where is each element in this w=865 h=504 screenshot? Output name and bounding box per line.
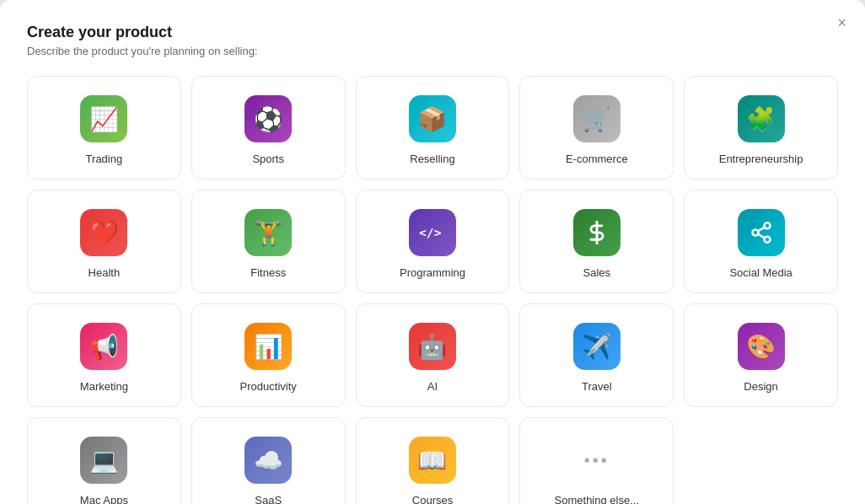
category-card-fitness[interactable]: 🏋️Fitness xyxy=(191,190,346,293)
category-card-sports[interactable]: ⚽Sports xyxy=(191,76,346,180)
saas-icon: ☁️ xyxy=(244,437,292,484)
macapps-icon: 💻 xyxy=(80,437,127,484)
category-card-design[interactable]: 🎨Design xyxy=(684,303,838,407)
sports-label: Sports xyxy=(252,153,284,165)
programming-icon: </> xyxy=(409,209,456,256)
category-card-macapps[interactable]: 💻Mac Apps xyxy=(27,417,181,504)
productivity-label: Productivity xyxy=(240,380,297,393)
sports-icon: ⚽ xyxy=(244,95,292,142)
category-card-productivity[interactable]: 📊Productivity xyxy=(191,303,346,407)
programming-label: Programming xyxy=(400,266,465,279)
health-icon: ❤️ xyxy=(80,209,127,256)
other-label: Something else... xyxy=(555,494,639,504)
category-card-courses[interactable]: 📖Courses xyxy=(356,417,510,504)
social-label: Social Media xyxy=(729,266,792,279)
category-card-health[interactable]: ❤️Health xyxy=(27,190,181,293)
sales-icon xyxy=(573,209,621,256)
other-icon: ••• xyxy=(573,437,621,484)
marketing-label: Marketing xyxy=(80,380,128,393)
svg-text:</>: </> xyxy=(419,225,442,239)
create-product-modal: Create your product Describe the product… xyxy=(0,0,865,504)
design-label: Design xyxy=(744,380,777,393)
categories-grid: 📈Trading⚽Sports📦Reselling🛒E-commerce🧩Ent… xyxy=(27,76,838,504)
trading-label: Trading xyxy=(86,153,123,165)
category-card-reselling[interactable]: 📦Reselling xyxy=(356,76,510,180)
health-label: Health xyxy=(89,266,121,279)
fitness-icon: 🏋️ xyxy=(244,209,292,256)
saas-label: SaaS xyxy=(255,494,282,504)
entrepreneurship-icon: 🧩 xyxy=(738,95,785,142)
category-card-saas[interactable]: ☁️SaaS xyxy=(191,417,346,504)
modal-title: Create your product xyxy=(27,24,838,41)
category-card-programming[interactable]: </>Programming xyxy=(356,190,510,293)
ai-icon: 🤖 xyxy=(409,323,456,370)
category-card-other[interactable]: •••Something else... xyxy=(519,417,674,504)
marketing-icon: 📢 xyxy=(80,323,127,370)
category-card-ai[interactable]: 🤖AI xyxy=(356,303,510,407)
courses-icon: 📖 xyxy=(409,437,456,484)
sales-label: Sales xyxy=(583,266,611,279)
category-card-social[interactable]: Social Media xyxy=(684,190,838,293)
design-icon: 🎨 xyxy=(738,323,785,370)
category-card-ecommerce[interactable]: 🛒E-commerce xyxy=(519,76,674,180)
productivity-icon: 📊 xyxy=(244,323,292,370)
travel-label: Travel xyxy=(582,380,612,393)
modal-subtitle: Describe the product you're planning on … xyxy=(27,45,838,57)
category-card-travel[interactable]: ✈️Travel xyxy=(519,303,674,407)
ai-label: AI xyxy=(427,380,438,393)
category-card-trading[interactable]: 📈Trading xyxy=(27,76,181,180)
trading-icon: 📈 xyxy=(80,95,127,142)
travel-icon: ✈️ xyxy=(573,323,621,370)
svg-line-5 xyxy=(758,234,765,239)
ecommerce-icon: 🛒 xyxy=(573,95,621,142)
close-button[interactable]: × xyxy=(837,15,846,30)
social-icon xyxy=(738,209,785,256)
svg-line-6 xyxy=(758,228,765,232)
category-card-sales[interactable]: Sales xyxy=(519,190,674,293)
courses-label: Courses xyxy=(412,494,453,504)
category-card-marketing[interactable]: 📢Marketing xyxy=(27,303,181,407)
fitness-label: Fitness xyxy=(250,266,286,279)
ecommerce-label: E-commerce xyxy=(566,153,628,165)
reselling-icon: 📦 xyxy=(409,95,456,142)
category-card-entrepreneurship[interactable]: 🧩Entrepreneurship xyxy=(684,76,838,180)
macapps-label: Mac Apps xyxy=(80,494,128,504)
reselling-label: Reselling xyxy=(410,153,454,165)
entrepreneurship-label: Entrepreneurship xyxy=(719,153,803,165)
